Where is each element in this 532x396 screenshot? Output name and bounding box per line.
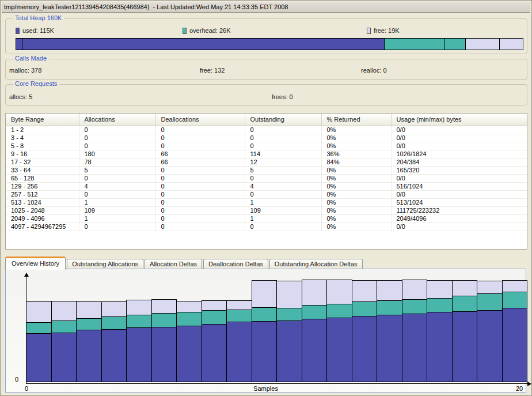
bar-segment-overhead [352, 301, 377, 316]
bar-segment-overhead [101, 316, 127, 330]
table-cell: 513 - 1024 [6, 198, 79, 206]
table-cell: 0 [155, 190, 245, 198]
table-cell: 0 [155, 174, 245, 182]
table-cell: 1025 - 2048 [6, 206, 79, 214]
chart-bar [326, 280, 352, 382]
table-cell: 1026/1824 [391, 150, 527, 158]
bar-segment-free [126, 300, 152, 315]
bar-segment-overhead [377, 300, 402, 315]
legend-item-used: used: 115K [16, 27, 54, 35]
table-cell: 0/0 [391, 222, 527, 231]
bar-segment-used [26, 333, 52, 382]
bar-segment-free [427, 280, 453, 299]
core-requests-title: Core Requests [13, 80, 59, 87]
chart-bar [76, 301, 102, 382]
table-cell: 0% [321, 174, 391, 182]
chart-bar [452, 280, 477, 382]
table-cell: 0 [155, 214, 245, 222]
table-row[interactable]: 4097 - 42949672950000%0/0 [6, 222, 527, 231]
bar-segment-free [26, 301, 52, 323]
table-row[interactable]: 129 - 2564040%516/1024 [6, 182, 527, 190]
table-row[interactable]: 1025 - 204810901090%111725/223232 [6, 206, 527, 214]
table-row[interactable]: 5 - 80000%0/0 [6, 142, 527, 150]
table-cell: 0% [321, 214, 391, 222]
overview-history-chart: 0 0 Samples 20 [5, 269, 526, 393]
table-cell: 109 [79, 206, 155, 214]
table-cell: 0% [321, 142, 391, 150]
bar-segment-overhead [502, 292, 527, 308]
tab-deallocation-deltas[interactable]: Deallocation Deltas [203, 259, 268, 269]
tab-allocation-deltas[interactable]: Allocation Deltas [145, 259, 202, 269]
bar-segment-used [477, 310, 503, 382]
table-cell: 1 [245, 198, 321, 206]
table-row[interactable]: 257 - 5120000%0/0 [6, 190, 527, 198]
table-row[interactable]: 3 - 40000%0/0 [6, 134, 527, 142]
table-row[interactable]: 1 - 20000%0/0 [6, 126, 527, 134]
chart-bar [477, 281, 503, 382]
table-cell: 78 [79, 158, 155, 166]
bar-segment-free [477, 281, 503, 294]
core-requests-section: Core Requests allocs: 5 frees: 0 [5, 84, 527, 105]
bar-segment-used [51, 333, 77, 382]
bar-segment-used [202, 324, 227, 382]
table-cell: 4 [245, 182, 321, 190]
bar-segment-overhead [477, 293, 503, 311]
chart-bar [502, 280, 527, 382]
heap-segment-free [499, 38, 523, 50]
bar-segment-used [276, 320, 302, 382]
table-cell: 0% [321, 126, 391, 134]
bar-segment-used [226, 322, 252, 382]
chart-bar [226, 300, 252, 382]
allocs-count: allocs: 5 [9, 93, 32, 100]
tab-overview-history[interactable]: Overview History [5, 257, 66, 270]
table-cell: 2049 - 4096 [6, 214, 79, 222]
chart-bar [377, 280, 402, 382]
column-header[interactable]: % Returned [321, 114, 391, 126]
overhead-swatch-icon [183, 28, 187, 34]
tab-outstanding-allocations[interactable]: Outstanding Allocations [67, 259, 143, 269]
bar-segment-used [377, 315, 402, 382]
bar-segment-used [402, 314, 427, 382]
column-header[interactable]: Outstanding [245, 114, 321, 126]
table-cell: 0 [79, 126, 155, 134]
table-cell: 36% [321, 150, 391, 158]
bar-segment-free [352, 280, 377, 302]
table-row[interactable]: 33 - 645050%165/320 [6, 166, 527, 174]
column-header[interactable]: Deallocations [155, 114, 245, 126]
column-header[interactable]: Allocations [79, 114, 155, 126]
table-cell: 4 [79, 182, 155, 190]
calls-made-section: Calls Made malloc: 378 free: 132 realloc… [5, 59, 527, 80]
bar-segment-free [226, 300, 252, 310]
bar-segment-free [377, 280, 402, 301]
column-header[interactable]: Usage (min/max) bytes [391, 114, 527, 126]
table-row[interactable]: 2049 - 40961010%2049/4096 [6, 214, 527, 222]
bar-segment-overhead [176, 312, 202, 326]
table-cell: 5 [79, 166, 155, 174]
x-axis [26, 383, 530, 384]
table-row[interactable]: 65 - 1280000%0/0 [6, 174, 527, 182]
table-cell: 0 [155, 166, 245, 174]
table-cell: 513/1024 [391, 198, 527, 206]
table-cell: 0/0 [391, 142, 527, 150]
heap-segment-used [22, 38, 385, 50]
table-cell: 0% [321, 206, 391, 214]
table-cell: 0 [245, 174, 321, 182]
bar-segment-free [101, 301, 127, 317]
heap-segment-free [465, 38, 500, 50]
table-row[interactable]: 17 - 3278661284%204/384 [6, 158, 527, 166]
table-cell: 9 - 16 [6, 150, 79, 158]
tab-outstanding-allocation-deltas[interactable]: Outstanding Allocation Deltas [269, 259, 363, 269]
table-row[interactable]: 9 - 161806611436%1026/1824 [6, 150, 527, 158]
free-legend-label: free: 19K [374, 27, 400, 34]
table-row[interactable]: 513 - 10241010%513/1024 [6, 198, 527, 206]
bar-segment-overhead [202, 310, 227, 325]
table-cell: 257 - 512 [6, 190, 79, 198]
y-axis-arrow-icon [24, 273, 29, 277]
bar-segment-used [302, 319, 327, 382]
table-cell: 0% [321, 222, 391, 231]
calls-made-title: Calls Made [13, 55, 49, 62]
heap-usage-bar [16, 38, 526, 50]
column-header[interactable]: Byte Range [6, 114, 79, 126]
table-cell: 12 [245, 158, 321, 166]
heap-segment-overhead [384, 38, 444, 50]
